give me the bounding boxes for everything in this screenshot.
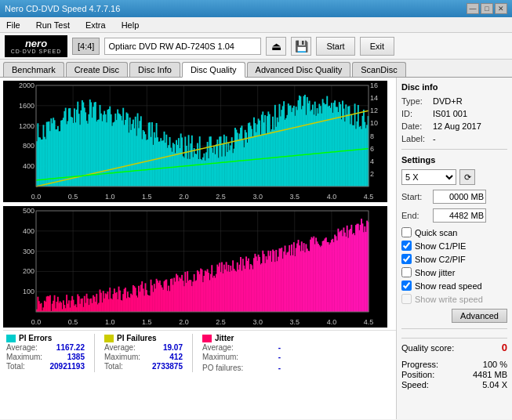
pi-errors-total-row: Total: 20921193 xyxy=(6,362,85,371)
title-bar-controls: — □ ✕ xyxy=(467,3,507,14)
jitter-avg-row: Average: - xyxy=(202,343,281,352)
drive-select[interactable]: Optiarc DVD RW AD-7240S 1.04 xyxy=(104,38,261,55)
progress-label: Progress: xyxy=(401,360,438,369)
tab-disc-info[interactable]: Disc Info xyxy=(129,62,180,77)
nero-logo: nero CD·DVD SPEED xyxy=(5,35,67,57)
show-c1pie-checkbox[interactable] xyxy=(401,241,412,251)
end-mb-input[interactable] xyxy=(433,208,486,223)
speed-select[interactable]: 5 X 1 X 2 X 4 X 8 X Max xyxy=(401,169,456,185)
quality-score-row: Quality score: 0 xyxy=(401,338,507,353)
po-failures: PO failures: - xyxy=(202,364,281,372)
pi-failures-max-row: Maximum: 412 xyxy=(104,353,183,361)
main-content: PI Errors Average: 1167.22 Maximum: 1385… xyxy=(0,78,512,419)
tab-benchmark[interactable]: Benchmark xyxy=(3,62,64,77)
label-label: Label: xyxy=(401,134,430,143)
show-c1pie-row: Show C1/PIE xyxy=(401,241,507,251)
pi-failures-total-row: Total: 2733875 xyxy=(104,362,183,371)
type-label: Type: xyxy=(401,96,430,106)
start-mb-label: Start: xyxy=(401,192,430,201)
show-read-label: Show read speed xyxy=(415,281,482,291)
type-value: DVD+R xyxy=(433,96,463,106)
show-read-checkbox[interactable] xyxy=(401,281,412,291)
quick-scan-checkbox[interactable] xyxy=(401,227,412,237)
date-row: Date: 12 Aug 2017 xyxy=(401,121,507,131)
legend-sep-2 xyxy=(192,334,193,372)
po-failures-row: PO failures: - xyxy=(202,364,281,372)
menu-extra[interactable]: Extra xyxy=(82,19,109,31)
id-value: IS01 001 xyxy=(433,109,467,118)
pi-failures-avg-row: Average: 19.07 xyxy=(104,343,183,352)
pi-errors-avg-row: Average: 1167.22 xyxy=(6,343,85,352)
type-row: Type: DVD+R xyxy=(401,96,507,106)
start-mb-input[interactable] xyxy=(433,190,486,204)
show-jitter-row: Show jitter xyxy=(401,267,507,277)
show-c2pif-label: Show C2/PIF xyxy=(415,255,466,264)
top-chart-container xyxy=(3,81,396,205)
progress-value: 100 % xyxy=(483,360,507,369)
show-write-checkbox[interactable] xyxy=(401,294,412,304)
title-bar: Nero CD-DVD Speed 4.7.7.16 — □ ✕ xyxy=(0,0,512,17)
show-c2pif-row: Show C2/PIF xyxy=(401,254,507,264)
pi-failures-color xyxy=(104,335,114,342)
end-mb-row: End: xyxy=(401,208,507,223)
disc-info-title: Disc info xyxy=(401,82,507,92)
save-button[interactable]: 💾 xyxy=(291,37,311,56)
menu-file[interactable]: File xyxy=(3,19,24,31)
progress-section: Progress: 100 % Position: 4481 MB Speed:… xyxy=(401,360,507,390)
show-jitter-checkbox[interactable] xyxy=(401,267,412,277)
tab-advanced-disc-quality[interactable]: Advanced Disc Quality xyxy=(247,62,351,77)
start-button[interactable]: Start xyxy=(316,37,354,56)
id-row: ID: IS01 001 xyxy=(401,109,507,118)
show-c2pif-checkbox[interactable] xyxy=(401,254,412,264)
legend-pi-errors-title: PI Errors xyxy=(6,334,85,342)
divider-1 xyxy=(401,149,507,150)
position-label: Position: xyxy=(401,370,434,379)
eject-button[interactable]: ⏏ xyxy=(266,37,286,56)
legend-sep-1 xyxy=(94,334,95,372)
menu-run-test[interactable]: Run Test xyxy=(33,19,73,31)
speed-stat-label: Speed: xyxy=(401,380,429,389)
position-row: Position: 4481 MB xyxy=(401,370,507,379)
progress-row: Progress: 100 % xyxy=(401,360,507,369)
legend-jitter-title: Jitter xyxy=(202,334,281,342)
tab-scan-disc[interactable]: ScanDisc xyxy=(352,62,405,77)
exit-button[interactable]: Exit xyxy=(360,37,394,56)
drive-label: [4:4] xyxy=(72,38,100,55)
drive-select-wrap: Optiarc DVD RW AD-7240S 1.04 xyxy=(104,38,261,55)
speed-stat-value: 5.04 X xyxy=(482,380,507,389)
settings-title: Settings xyxy=(401,155,507,165)
maximize-button[interactable]: □ xyxy=(481,3,493,14)
speed-stat-row: Speed: 5.04 X xyxy=(401,380,507,389)
top-chart xyxy=(3,81,387,202)
tabs: Benchmark Create Disc Disc Info Disc Qua… xyxy=(0,60,512,78)
chart-area: PI Errors Average: 1167.22 Maximum: 1385… xyxy=(0,78,396,419)
start-mb-row: Start: xyxy=(401,190,507,204)
close-button[interactable]: ✕ xyxy=(495,3,507,14)
legend-pi-failures: PI Failures Average: 19.07 Maximum: 412 … xyxy=(104,334,183,372)
label-value: - xyxy=(433,134,436,143)
menu-help[interactable]: Help xyxy=(118,19,143,31)
position-value: 4481 MB xyxy=(473,370,507,379)
settings-icon-btn[interactable]: ⟳ xyxy=(459,169,475,185)
jitter-max-row: Maximum: - xyxy=(202,353,281,361)
legend-jitter: Jitter Average: - Maximum: - PO failures… xyxy=(202,334,281,372)
tab-disc-quality[interactable]: Disc Quality xyxy=(182,62,245,78)
tab-create-disc[interactable]: Create Disc xyxy=(66,62,128,77)
right-panel: Disc info Type: DVD+R ID: IS01 001 Date:… xyxy=(396,78,512,419)
quality-score-label: Quality score: xyxy=(401,343,454,353)
end-mb-label: End: xyxy=(401,211,430,220)
speed-row: 5 X 1 X 2 X 4 X 8 X Max ⟳ xyxy=(401,169,507,185)
minimize-button[interactable]: — xyxy=(467,3,479,14)
legend-pi-errors: PI Errors Average: 1167.22 Maximum: 1385… xyxy=(6,334,85,372)
bottom-chart-container xyxy=(3,206,396,330)
advanced-button[interactable]: Advanced xyxy=(452,309,507,323)
nero-logo-text: nero xyxy=(25,38,47,49)
label-row: Label: - xyxy=(401,134,507,143)
date-label: Date: xyxy=(401,121,430,131)
pi-errors-color xyxy=(6,335,16,342)
date-value: 12 Aug 2017 xyxy=(433,121,481,131)
id-label: ID: xyxy=(401,109,430,118)
pi-errors-max-row: Maximum: 1385 xyxy=(6,353,85,361)
menu-bar: File Run Test Extra Help xyxy=(0,17,512,33)
show-read-row: Show read speed xyxy=(401,281,507,291)
